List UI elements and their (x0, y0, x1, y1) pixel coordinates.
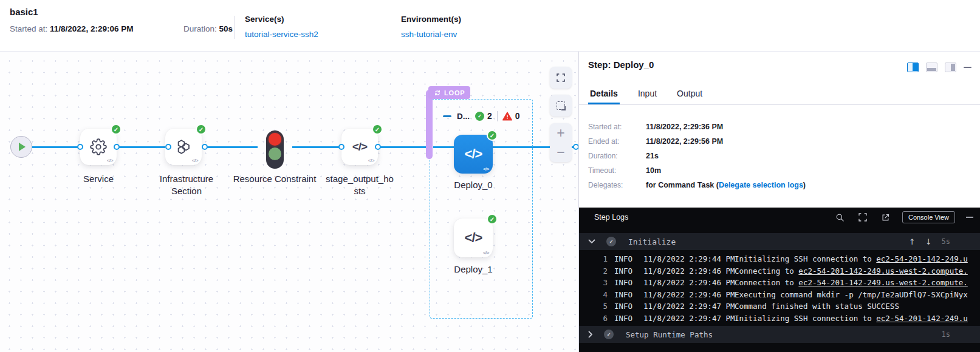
pipeline-start-node[interactable] (10, 136, 32, 158)
log-search-icon[interactable] (835, 213, 845, 222)
loop-group-header: D... ✓ 2 0 (443, 110, 520, 122)
services-label: Service(s) (245, 15, 318, 24)
log-line: 6 INFO 11/8/2022 2:29:47 PM Initializing… (588, 313, 980, 325)
log-line: 1 INFO 11/8/2022 2:29:44 PM Initializing… (588, 253, 980, 265)
scroll-to-bottom-icon[interactable]: ↓ (925, 237, 932, 246)
tab-output[interactable]: Output (675, 85, 704, 104)
scroll-to-top-icon[interactable]: ↑ (909, 237, 916, 246)
chevron-down-icon[interactable] (588, 239, 595, 244)
count-divider (497, 111, 498, 121)
section-success-icon: ✓ (606, 237, 616, 246)
node-label-stage-output-hosts[interactable]: stage_output_hosts (326, 173, 394, 198)
started-at: Started at: 11/8/2022, 2:29:06 PM (10, 24, 133, 33)
node-label-resource-constraint[interactable]: Resource Constraint (232, 173, 317, 185)
split-view-icon[interactable] (907, 63, 919, 72)
detail-value: 11/8/2022, 2:29:36 PM (646, 123, 723, 131)
node-deploy-0[interactable]: </> ✓ </> (454, 135, 493, 174)
log-line-number: 5 (588, 302, 608, 311)
collapse-panel-icon[interactable] (964, 67, 971, 68)
log-timestamp: 11/8/2022 2:29:46 PM (643, 278, 735, 287)
loop-group-name[interactable]: D... (457, 112, 470, 121)
log-line: 2 INFO 11/8/2022 2:29:46 PM Connecting t… (588, 265, 980, 277)
tab-details[interactable]: Details (588, 85, 620, 104)
traffic-light-green (269, 147, 281, 160)
code-icon: </> (465, 146, 482, 162)
flow-line (117, 146, 168, 148)
detail-label: Ended at: (588, 137, 646, 146)
log-section-initialize[interactable]: ✓ Initialize ↑ ↓ 5s (579, 233, 980, 250)
log-lines: 1 INFO 11/8/2022 2:29:44 PM Initializing… (579, 250, 980, 326)
environment-link[interactable]: ssh-tutorial-env (401, 30, 457, 39)
success-badge: ✓ (372, 124, 383, 135)
log-line-number: 1 (588, 254, 608, 263)
connector-dot (202, 144, 208, 150)
log-host-link[interactable]: ec2-54-201-142-249.u (876, 314, 968, 323)
bottom-view-icon[interactable] (926, 63, 937, 72)
tab-input[interactable]: Input (636, 85, 659, 104)
node-label-deploy-1[interactable]: Deploy_1 (431, 263, 516, 276)
flow-line (29, 146, 80, 148)
service-link[interactable]: tutorial-service-ssh2 (245, 30, 318, 39)
log-level: INFO (614, 278, 643, 287)
log-message: Initializing SSH connection to (735, 254, 876, 263)
log-fullscreen-icon[interactable] (858, 212, 868, 222)
step-panel-title: Step: Deploy_0 (588, 59, 654, 70)
loop-icon (434, 89, 441, 96)
console-view-button[interactable]: Console View (902, 211, 955, 223)
step-logs-console: Step Logs Console View ✓ Initialize ↑ ↓ (579, 208, 980, 352)
section-name[interactable]: Setup Runtime Paths (626, 330, 713, 339)
log-message: Connection to (735, 278, 798, 287)
log-host-link[interactable]: ec2-54-201-142-249.u (876, 254, 968, 263)
node-label-deploy-0[interactable]: Deploy_0 (431, 179, 516, 191)
node-label-service[interactable]: Service (56, 173, 141, 185)
zoom-in-button[interactable]: + (557, 127, 564, 140)
connector-dot (375, 144, 381, 150)
detail-label: Delegates: (588, 181, 646, 189)
connector-dot (114, 144, 120, 150)
log-section-setup-runtime-paths[interactable]: ✓ Setup Runtime Paths 1s (579, 326, 980, 343)
minimize-logs-icon[interactable] (966, 217, 973, 218)
loop-badge[interactable]: LOOP (428, 86, 470, 99)
marquee-select-button[interactable] (550, 95, 572, 117)
log-timestamp: 11/8/2022 2:29:46 PM (643, 290, 735, 299)
delegate-selection-logs-link[interactable]: Delegate selection logs (719, 181, 803, 189)
zoom-out-button[interactable]: − (557, 146, 564, 159)
loop-group-container[interactable] (430, 99, 533, 319)
detail-label: Duration: (588, 152, 646, 160)
collapse-group-icon[interactable] (443, 115, 451, 117)
detail-row: Duration: 21s (588, 149, 806, 163)
log-line: 3 INFO 11/8/2022 2:29:46 PM Connection t… (588, 277, 980, 289)
detail-row: Delegates: for Command Task (Delegate se… (588, 178, 806, 192)
fit-to-screen-button[interactable] (550, 67, 572, 89)
detail-value: 10m (646, 166, 661, 175)
log-timestamp: 11/8/2022 2:29:44 PM (643, 254, 735, 263)
section-name[interactable]: Initialize (628, 237, 676, 246)
node-resource-constraint[interactable] (266, 130, 284, 169)
log-level: INFO (614, 290, 643, 299)
right-view-icon[interactable] (945, 63, 956, 72)
code-icon: </> (465, 230, 482, 246)
duration: Duration: 50s (183, 24, 233, 33)
connector-dot (338, 144, 344, 150)
detail-row: Timeout: 10m (588, 163, 806, 178)
code-mini-icon: </> (483, 250, 489, 256)
log-host-link[interactable]: ec2-54-201-142-249.us-west-2.compute. (798, 278, 967, 287)
panel-layout-controls (907, 63, 971, 72)
started-at-label: Started at: (10, 24, 47, 33)
step-tabs: Details Input Output (579, 85, 980, 105)
log-open-external-icon[interactable] (881, 213, 890, 222)
success-badge: ✓ (487, 130, 498, 141)
detail-value: 21s (646, 152, 659, 160)
node-deploy-1[interactable]: </> ✓ </> (454, 218, 493, 257)
node-service[interactable]: ✓ </> (80, 129, 117, 165)
environments-column: Environment(s) ssh-tutorial-env (401, 15, 461, 39)
detail-label: Timeout: (588, 166, 646, 175)
node-stage-output-hosts[interactable]: </> ✓ </> (341, 129, 378, 165)
log-timestamp: 11/8/2022 2:29:47 PM (643, 314, 735, 323)
log-gap (579, 227, 980, 233)
node-label-infrastructure[interactable]: Infrastructure Section (144, 173, 229, 198)
log-host-link[interactable]: ec2-54-201-142-249.us-west-2.compute. (798, 266, 967, 276)
pipeline-canvas[interactable]: ✓ </> Service ✓ </> Infrastructure Secti… (0, 52, 578, 352)
chevron-right-icon[interactable] (588, 331, 593, 338)
gear-icon (90, 138, 107, 155)
